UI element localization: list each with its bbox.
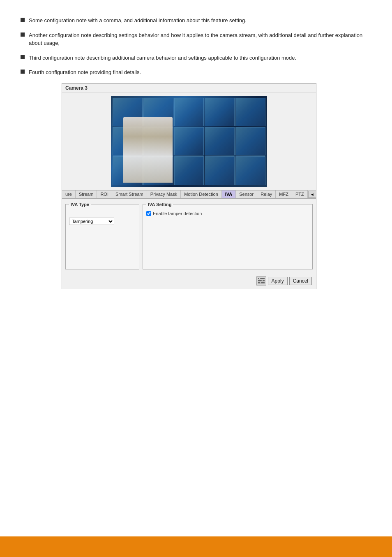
- svg-rect-2: [258, 282, 265, 283]
- bullet-text-4: Fourth configuration note providing fina…: [29, 68, 141, 77]
- monitor-cell: [205, 127, 235, 155]
- tabs-bar: ure Stream ROI Smart Stream Privacy Mask…: [62, 190, 316, 199]
- svg-point-4: [261, 280, 263, 281]
- bullet-icon-3: [21, 55, 25, 59]
- enable-tamper-checkbox[interactable]: [146, 211, 151, 216]
- iva-type-fieldset: IVA Type Tampering Motion Line Crossing …: [65, 202, 139, 269]
- tab-content: IVA Type Tampering Motion Line Crossing …: [62, 199, 316, 273]
- bullet-text-2: Another configuration note describing se…: [29, 31, 371, 47]
- bottom-bar: [0, 536, 392, 557]
- tab-relay[interactable]: Relay: [257, 190, 276, 198]
- tab-iva[interactable]: IVA: [222, 190, 236, 198]
- tab-smart-stream[interactable]: Smart Stream: [112, 190, 147, 198]
- bullet-item-4: Fourth configuration note providing fina…: [21, 68, 371, 77]
- tab-ure[interactable]: ure: [62, 190, 76, 198]
- iva-type-dropdown-row: Tampering Motion Line Crossing Intrusion: [69, 218, 136, 225]
- monitor-cell: [235, 156, 265, 185]
- iva-type-legend: IVA Type: [69, 202, 91, 207]
- svg-point-3: [259, 278, 260, 279]
- monitor-cell: [205, 156, 235, 185]
- monitor-cell: [235, 98, 265, 126]
- bullet-item-2: Another configuration note describing se…: [21, 31, 371, 47]
- tab-ptz[interactable]: PTZ: [292, 190, 308, 198]
- svg-rect-1: [258, 280, 265, 281]
- cancel-button[interactable]: Cancel: [289, 277, 312, 285]
- apply-button[interactable]: Apply: [268, 277, 288, 285]
- enable-tamper-label: Enable tamper detection: [153, 211, 202, 216]
- svg-point-5: [260, 282, 261, 283]
- bullet-text-3: Third configuration note describing addi…: [29, 54, 296, 62]
- monitor-cell: [174, 98, 204, 126]
- bullet-item-3: Third configuration note describing addi…: [21, 54, 371, 62]
- tab-motion-detection[interactable]: Motion Detection: [181, 190, 222, 198]
- camera-video: [111, 96, 267, 187]
- bullet-icon-4: [21, 70, 25, 74]
- bullet-item-1: Some configuration note with a comma, an…: [21, 16, 371, 25]
- tab-stream[interactable]: Stream: [76, 190, 97, 198]
- tab-roi[interactable]: ROI: [97, 190, 112, 198]
- monitor-cell: [174, 127, 204, 155]
- camera-title: Camera 3: [62, 84, 316, 93]
- person-figure: [123, 117, 173, 183]
- enable-tamper-row: Enable tamper detection: [146, 211, 309, 216]
- bullet-icon-1: [21, 18, 25, 22]
- tab-nav-left[interactable]: ◄: [308, 191, 316, 198]
- iva-setting-legend: IVA Setting: [146, 202, 173, 207]
- monitor-cell: [205, 98, 235, 126]
- camera-video-area: [62, 93, 316, 190]
- settings-icon-button[interactable]: [256, 276, 266, 285]
- tab-mfz[interactable]: MFZ: [276, 190, 292, 198]
- settings-icon: [258, 278, 265, 284]
- iva-setting-fieldset: IVA Setting Enable tamper detection: [143, 202, 313, 269]
- monitor-cell: [235, 127, 265, 155]
- tab-privacy-mask[interactable]: Privacy Mask: [147, 190, 181, 198]
- camera-panel: Camera 3: [62, 83, 316, 289]
- monitor-cell: [174, 156, 204, 185]
- button-bar: Apply Cancel: [62, 273, 316, 289]
- tab-sensor[interactable]: Sensor: [236, 190, 257, 198]
- bullet-text-1: Some configuration note with a comma, an…: [29, 16, 247, 25]
- iva-type-dropdown[interactable]: Tampering Motion Line Crossing Intrusion: [69, 218, 114, 225]
- bullet-icon-2: [21, 32, 25, 37]
